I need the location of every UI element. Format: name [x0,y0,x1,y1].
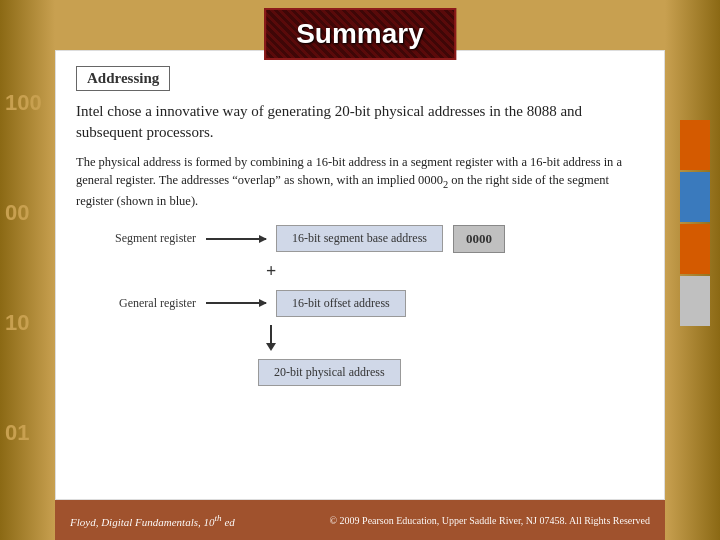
plus-sign: + [266,261,276,282]
page-title: Summary [296,18,424,50]
footer: Floyd, Digital Fundamentals, 10th ed © 2… [55,500,665,540]
segment-value: 0000 [453,225,505,253]
footer-left-text: Floyd, Digital Fundamentals, 10 [70,515,215,527]
diagram-row-general: General register 16-bit offset address [96,290,406,317]
general-label: General register [96,296,196,311]
color-blocks [680,120,710,326]
diagram: Segment register 16-bit segment base add… [96,225,644,386]
footer-right: © 2009 Pearson Education, Upper Saddle R… [330,515,651,526]
segment-label: Segment register [96,231,196,246]
title-banner: Summary [264,8,456,60]
down-arrow-head [266,343,276,351]
main-content: Addressing Intel chose a innovative way … [55,50,665,500]
physical-box: 20-bit physical address [258,359,401,386]
down-arrow-line [270,325,272,343]
color-block-gray [680,276,710,326]
section-badge: Addressing [76,66,170,91]
general-arrow [206,302,266,304]
general-box: 16-bit offset address [276,290,406,317]
footer-left-sup: th [215,513,222,523]
num-decoration-1: 100 [5,90,42,116]
color-block-blue [680,172,710,222]
segment-box: 16-bit segment base address [276,225,443,252]
num-decoration-2: 00 [5,200,29,226]
diagram-row-segment: Segment register 16-bit segment base add… [96,225,505,253]
down-arrow [266,325,276,351]
footer-left-ed: ed [222,515,235,527]
body-text-large: Intel chose a innovative way of generati… [76,101,644,143]
footer-left: Floyd, Digital Fundamentals, 10th ed [70,513,235,528]
diagram-row-physical: 20-bit physical address [258,359,401,386]
num-decoration-4: 01 [5,420,29,446]
num-decoration-3: 10 [5,310,29,336]
color-block-orange [680,120,710,170]
bg-left [0,0,55,540]
color-block-orange2 [680,224,710,274]
segment-arrow [206,238,266,240]
body-text-small: The physical address is formed by combin… [76,153,644,210]
